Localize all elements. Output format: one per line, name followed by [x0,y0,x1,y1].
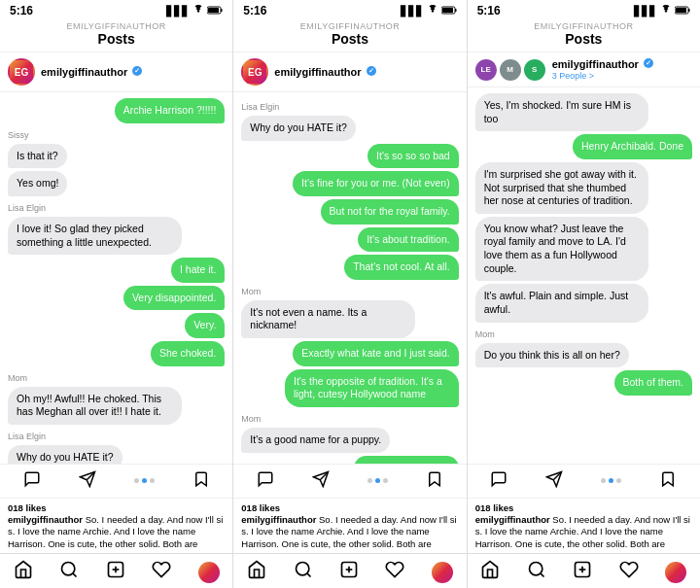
dot-active [142,478,147,483]
profile-name: emilygiffinauthor [41,66,142,78]
svg-rect-11 [442,8,453,13]
carousel-dots [134,478,155,483]
message-bubble: That's not cool. At all. [344,255,458,280]
verified-badge [132,66,142,76]
nav-profile-avatar[interactable] [432,562,453,583]
messages-area: Archie Harrison ?!!!!!SissyIs that it?Ye… [0,92,232,464]
message-sender-label: Mom [241,414,458,424]
nav-search[interactable] [527,560,546,584]
likes-count: 018 likes [475,502,514,513]
message-bubble: It's a good name for a puppy. [241,428,390,453]
message-bubble: Is that it? [8,144,67,169]
message-sender-label: Sissy [8,130,225,140]
nav-heart[interactable] [152,560,171,584]
signal-icon: ▋▋▋ [166,6,190,17]
message-bubble: I love it! So glad they picked something… [8,217,182,255]
nav-profile-avatar[interactable] [665,562,686,583]
bookmark-icon[interactable] [192,470,210,492]
message-bubble: But not for the royal family. [321,199,459,225]
message-bubble: Oh my!! Awful!! He choked. This has Megh… [8,387,182,425]
nav-heart[interactable] [385,560,404,584]
bookmark-icon[interactable] [659,470,677,492]
status-bar: 5:16 ▋▋▋ [0,0,232,19]
status-bar: 5:16 ▋▋▋ [233,0,466,19]
dot-active [609,478,613,483]
phone-screen-2: 5:16 ▋▋▋ EMILYGIFFINAUTHOR Posts EG emil… [233,0,467,588]
nav-home[interactable] [480,560,500,584]
nav-add[interactable] [339,560,359,584]
message-bubble: It's not even a name. Its a nickname! [241,300,415,338]
page-title: Posts [468,31,700,47]
svg-rect-12 [455,9,457,12]
caption-author: emilygiffinauthor [8,514,83,525]
action-bar [468,464,700,498]
message-bubble: Archie Harrison ?!!!!! [115,98,226,123]
nav-home[interactable] [14,560,33,584]
comment-icon[interactable] [490,470,508,492]
avatar-s: S [524,59,545,81]
avatar: EG [8,58,35,86]
message-bubble: Adorable for a dog. [354,456,458,464]
battery-icon [441,6,457,17]
verified-badge [367,66,376,76]
group-people-label[interactable]: 3 People > [552,71,653,81]
dot [383,478,388,483]
username-label: EMILYGIFFINAUTHOR [233,21,466,31]
svg-rect-22 [688,9,690,12]
svg-point-15 [296,563,308,575]
send-icon[interactable] [545,470,563,492]
action-bar [0,464,232,498]
username-label: EMILYGIFFINAUTHOR [0,21,232,31]
nav-search[interactable] [294,560,313,584]
dot [134,478,139,483]
nav-add[interactable] [573,560,592,584]
avatar: EG [241,58,268,86]
profile-name: emilygiffinauthor [274,66,375,78]
wifi-icon [427,5,438,17]
nav-profile-avatar[interactable] [198,562,220,583]
avatar-m: M [500,59,521,81]
message-bubble: Yes, I'm shocked. I'm sure HM is too [475,93,649,131]
status-icons: ▋▋▋ [166,5,223,17]
nav-add[interactable] [106,560,125,584]
action-bar [233,464,466,498]
dot [150,478,155,483]
profile-row: EG emilygiffinauthor [233,52,466,92]
verified-badge [644,58,653,68]
comment-icon[interactable] [257,470,274,492]
status-time: 5:16 [243,4,266,17]
profile-name: emilygiffinauthor [552,58,653,70]
svg-line-16 [306,573,310,577]
bookmark-icon[interactable] [426,470,443,492]
comment-icon[interactable] [23,470,41,492]
likes-count: 018 likes [241,502,280,513]
messages-area: Lisa ElginWhy do you HATE it?It's so so … [233,92,466,464]
send-icon[interactable] [312,470,330,492]
screen-header: EMILYGIFFINAUTHOR Posts [468,19,700,52]
message-sender-label: Lisa Elgin [8,432,225,441]
dot-active [375,478,380,483]
svg-rect-1 [208,8,219,13]
nav-search[interactable] [59,560,79,584]
messages-area: Yes, I'm shocked. I'm sure HM is tooHenr… [468,87,700,464]
message-bubble: It's fine for you or me. (Not even) [293,171,459,196]
signal-icon: ▋▋▋ [401,6,424,17]
nav-bar [0,553,232,588]
svg-line-26 [541,573,544,577]
wifi-icon [660,5,672,17]
status-bar: 5:16 ▋▋▋ [468,0,700,19]
message-sender-label: Lisa Elgin [241,102,458,112]
message-bubble: I'm surprised she got away with it. Not … [475,162,649,214]
nav-home[interactable] [247,560,266,584]
send-icon[interactable] [79,470,96,492]
message-bubble: Exactly what kate and I just said. [293,341,458,366]
dot [616,478,621,483]
message-bubble: Very. [185,313,225,338]
message-sender-label: Lisa Elgin [8,203,225,213]
message-bubble: She choked. [151,341,225,366]
message-bubble: It's so so so bad [368,144,459,169]
phone-screen-3: 5:16 ▋▋▋ EMILYGIFFINAUTHOR Posts LE M S … [468,0,700,588]
dot [368,478,372,483]
nav-heart[interactable] [619,560,639,584]
page-title: Posts [0,31,232,47]
